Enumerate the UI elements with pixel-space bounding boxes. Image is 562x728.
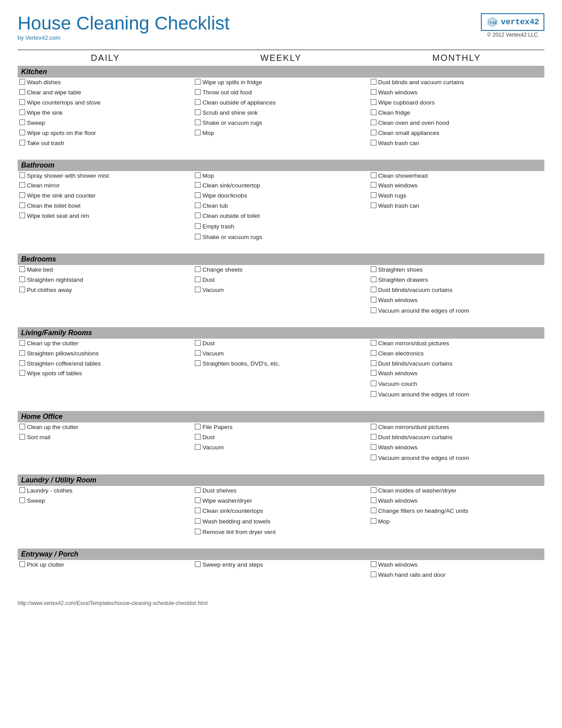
table-row: VacuumWash windows xyxy=(18,443,544,453)
checkbox[interactable] xyxy=(195,266,201,272)
checkbox[interactable] xyxy=(371,424,376,429)
checkbox[interactable] xyxy=(195,223,201,229)
checkbox[interactable] xyxy=(371,391,376,397)
checkbox[interactable] xyxy=(371,518,376,524)
checkbox[interactable] xyxy=(195,130,201,135)
checkbox[interactable] xyxy=(19,370,25,376)
table-row: Vacuum around the edges of room xyxy=(18,306,544,317)
checkbox[interactable] xyxy=(195,79,201,85)
item-text: Straighten nightstand xyxy=(27,276,83,284)
checkbox[interactable] xyxy=(371,182,376,188)
checkbox[interactable] xyxy=(195,109,201,115)
checkbox[interactable] xyxy=(195,424,201,429)
checkbox[interactable] xyxy=(195,202,201,208)
checkbox[interactable] xyxy=(19,130,25,135)
checkbox[interactable] xyxy=(371,287,376,292)
checkbox[interactable] xyxy=(371,444,376,450)
checkbox[interactable] xyxy=(195,508,201,513)
checkbox[interactable] xyxy=(195,192,201,198)
item-text: Straighten shoes xyxy=(378,266,423,274)
checkbox[interactable] xyxy=(19,424,25,429)
item-text: Wipe toilet seat and rim xyxy=(27,212,89,220)
checkbox[interactable] xyxy=(195,172,201,178)
checkbox[interactable] xyxy=(195,487,201,493)
checkbox[interactable] xyxy=(19,213,25,218)
checkbox[interactable] xyxy=(19,172,25,178)
checkbox[interactable] xyxy=(19,119,25,125)
checkbox[interactable] xyxy=(371,455,376,460)
checkbox[interactable] xyxy=(371,350,376,356)
checkbox[interactable] xyxy=(19,487,25,493)
checkbox[interactable] xyxy=(19,497,25,503)
checkbox[interactable] xyxy=(19,561,25,567)
checkbox[interactable] xyxy=(371,508,376,513)
checkbox[interactable] xyxy=(371,381,376,386)
checkbox[interactable] xyxy=(371,340,376,346)
checkbox[interactable] xyxy=(371,140,376,146)
checkbox[interactable] xyxy=(371,571,376,577)
checkbox[interactable] xyxy=(371,434,376,440)
checkbox[interactable] xyxy=(19,89,25,95)
checkbox[interactable] xyxy=(371,266,376,272)
checkbox[interactable] xyxy=(195,99,201,105)
checkbox[interactable] xyxy=(371,172,376,178)
checkbox[interactable] xyxy=(371,497,376,503)
checkbox[interactable] xyxy=(371,99,376,105)
checkbox[interactable] xyxy=(19,109,25,115)
checkbox[interactable] xyxy=(195,444,201,450)
checkbox[interactable] xyxy=(195,360,201,366)
checkbox[interactable] xyxy=(195,434,201,440)
checkbox[interactable] xyxy=(19,99,25,105)
checkbox[interactable] xyxy=(19,266,25,272)
checkbox[interactable] xyxy=(371,119,376,125)
checkbox[interactable] xyxy=(195,518,201,524)
page-title: House Cleaning Checklist xyxy=(18,13,230,34)
item-text: Clean showerhead xyxy=(378,172,428,180)
table-row: Clear and wipe tableThrow out old foodWa… xyxy=(18,88,544,98)
checkbox[interactable] xyxy=(371,202,376,208)
checkbox[interactable] xyxy=(195,497,201,503)
checkbox[interactable] xyxy=(195,529,201,534)
checkbox[interactable] xyxy=(371,276,376,282)
checkbox[interactable] xyxy=(371,109,376,115)
checkbox[interactable] xyxy=(19,350,25,356)
item-text: Clean mirrors/dust pictures xyxy=(378,340,449,348)
checkbox[interactable] xyxy=(19,202,25,208)
checkbox[interactable] xyxy=(371,370,376,376)
checkbox[interactable] xyxy=(195,89,201,95)
table-row: Vacuum couch xyxy=(18,379,544,390)
checkbox[interactable] xyxy=(195,182,201,188)
checkbox[interactable] xyxy=(195,287,201,292)
checkbox[interactable] xyxy=(19,276,25,282)
checkbox[interactable] xyxy=(195,350,201,356)
checkbox[interactable] xyxy=(371,130,376,135)
checkbox[interactable] xyxy=(19,340,25,346)
checkbox[interactable] xyxy=(19,79,25,85)
logo-text: vertex42 xyxy=(501,18,539,26)
item-text: Wipe the sink xyxy=(27,109,63,117)
checkbox[interactable] xyxy=(371,297,376,302)
checkbox[interactable] xyxy=(19,182,25,188)
checkbox[interactable] xyxy=(371,360,376,366)
checkbox[interactable] xyxy=(195,234,201,239)
byline-link[interactable]: by Vertex42.com xyxy=(18,34,60,41)
checkbox[interactable] xyxy=(371,307,376,313)
checkbox[interactable] xyxy=(195,340,201,346)
checkbox[interactable] xyxy=(371,192,376,198)
checkbox[interactable] xyxy=(371,79,376,85)
item-text: Wipe spots off tables xyxy=(27,370,82,378)
checkbox[interactable] xyxy=(19,192,25,198)
checkbox[interactable] xyxy=(19,140,25,146)
checkbox[interactable] xyxy=(371,487,376,493)
checkbox[interactable] xyxy=(195,561,201,567)
checkbox[interactable] xyxy=(19,434,25,440)
checkbox[interactable] xyxy=(195,119,201,125)
checkbox[interactable] xyxy=(371,561,376,567)
logo-icon: V42 xyxy=(486,16,499,28)
checkbox[interactable] xyxy=(195,276,201,282)
checkbox[interactable] xyxy=(19,287,25,292)
checkbox[interactable] xyxy=(371,89,376,95)
item-text: Straighten pillows/cushions xyxy=(27,350,99,358)
checkbox[interactable] xyxy=(195,213,201,218)
checkbox[interactable] xyxy=(19,360,25,366)
